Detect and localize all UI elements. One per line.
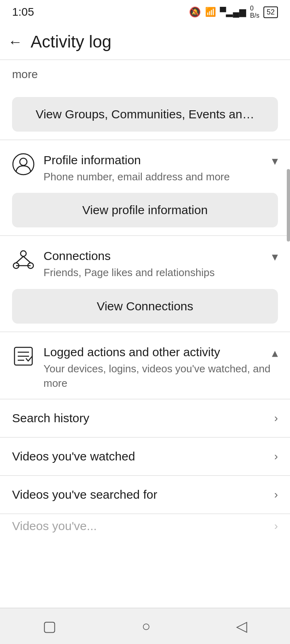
search-history-item[interactable]: Search history › [0, 399, 290, 437]
status-bar: 1:05 🔕 📶 ▀▂▄▆ 0B/s 52 [0, 0, 290, 24]
mute-icon: 🔕 [189, 6, 201, 18]
svg-line-6 [23, 256, 31, 263]
profile-section-subtitle: Phone number, email address and more [44, 169, 272, 184]
header: ← Activity log [0, 24, 290, 60]
connections-icon [12, 249, 35, 271]
data-speed: 0B/s [250, 5, 259, 19]
nav-triangle-icon[interactable]: ◁ [236, 618, 247, 635]
battery-indicator: 52 [263, 6, 278, 18]
logged-actions-title: Logged actions and other activity [44, 344, 272, 360]
connections-chevron-icon: ▾ [272, 250, 278, 264]
page-content: 1:05 🔕 📶 ▀▂▄▆ 0B/s 52 ← Activity log mor… [0, 0, 290, 574]
svg-line-5 [16, 256, 23, 263]
logged-actions-subtitle: Your devices, logins, videos you've watc… [44, 361, 272, 391]
status-icons: 🔕 📶 ▀▂▄▆ 0B/s 52 [189, 5, 278, 19]
profile-chevron-icon: ▾ [272, 154, 278, 168]
svg-point-1 [20, 158, 27, 165]
logged-actions-chevron-icon: ▴ [272, 346, 278, 360]
bottom-nav: ▢ ○ ◁ [0, 608, 290, 644]
videos-searched-item[interactable]: Videos you've searched for › [0, 475, 290, 514]
profile-section-title: Profile information [44, 152, 272, 168]
logged-actions-section-header[interactable]: Logged actions and other activity Your d… [0, 332, 290, 391]
view-groups-button[interactable]: View Groups, Communities, Events an… [12, 97, 278, 132]
search-history-arrow-icon: › [274, 412, 278, 425]
connections-section-header[interactable]: Connections Friends, Page likes and rela… [0, 236, 290, 280]
partial-item-label: Videos you've... [12, 519, 97, 533]
videos-watched-arrow-icon: › [274, 450, 278, 463]
page-title: Activity log [31, 32, 112, 52]
scrollbar-thumb[interactable] [287, 169, 290, 242]
status-time: 1:05 [12, 6, 34, 19]
view-connections-button[interactable]: View Connections [12, 289, 278, 324]
profile-section-header[interactable]: Profile information Phone number, email … [0, 140, 290, 184]
list-icon [12, 345, 35, 367]
wifi-icon: 📶 [205, 7, 216, 17]
logged-actions-sub-items: Search history › Videos you've watched ›… [0, 399, 290, 538]
videos-searched-label: Videos you've searched for [12, 488, 157, 502]
videos-searched-arrow-icon: › [274, 488, 278, 501]
more-text: more [0, 60, 290, 89]
connections-section-subtitle: Friends, Page likes and relationships [44, 265, 272, 280]
partial-item[interactable]: Videos you've... › [0, 514, 290, 538]
person-icon [12, 153, 35, 175]
view-profile-button[interactable]: View profile information [12, 193, 278, 227]
back-button[interactable]: ← [8, 35, 23, 49]
search-history-label: Search history [12, 411, 89, 425]
videos-watched-item[interactable]: Videos you've watched › [0, 437, 290, 475]
svg-point-2 [21, 251, 26, 256]
videos-watched-label: Videos you've watched [12, 450, 135, 463]
partial-item-arrow-icon: › [274, 520, 278, 533]
connections-section-title: Connections [44, 248, 272, 264]
nav-square-icon[interactable]: ▢ [43, 618, 56, 635]
signal-icon: ▀▂▄▆ [220, 7, 246, 17]
nav-circle-icon[interactable]: ○ [142, 618, 151, 635]
